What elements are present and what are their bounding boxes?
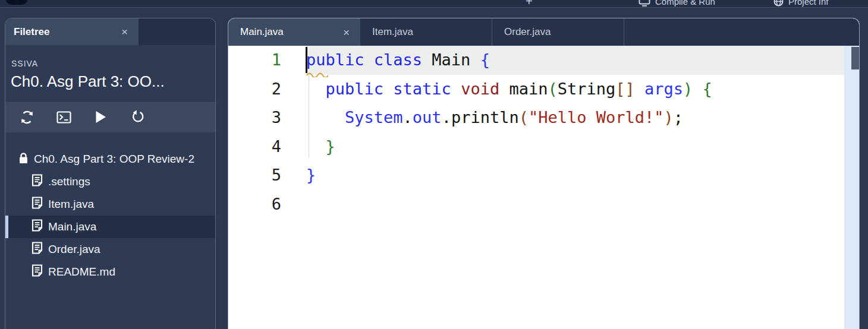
top-navigation-bar: + Compile & Run Project Inf: [0, 0, 868, 8]
filetree-title: Filetree: [14, 26, 49, 38]
code-editor[interactable]: 123456 public class Main { public static…: [228, 46, 859, 329]
line-number: 5: [228, 161, 306, 190]
tab-label: Order.java: [504, 26, 551, 38]
code-token: [693, 80, 702, 98]
filetree-header: Filetree ×: [5, 18, 215, 45]
code-line: [306, 190, 844, 219]
terminal-icon: [56, 111, 71, 124]
reset-button[interactable]: [130, 109, 145, 125]
code-token: [635, 80, 644, 98]
project-info-button[interactable]: Project Inf: [773, 0, 829, 8]
add-button[interactable]: +: [526, 0, 533, 8]
compile-run-button[interactable]: Compile & Run: [639, 0, 715, 8]
line-number-gutter: 123456: [228, 46, 306, 219]
assignment-title: Ch0. Asg Part 3: OO...: [11, 72, 215, 91]
file-tree-root-row[interactable]: Ch0. Asg Part 3: OOP Review-2: [5, 148, 215, 170]
editor-scrollbar-thumb[interactable]: [851, 47, 859, 69]
code-token: {: [703, 80, 712, 98]
editor-tab-bar: Main.java×Item.javaOrder.java: [228, 18, 859, 46]
code-token: "Hello World!": [529, 108, 664, 126]
code-token: (: [519, 108, 529, 126]
code-line: }: [306, 161, 844, 190]
code-token: [383, 80, 393, 98]
filetree-tab[interactable]: Filetree ×: [5, 18, 139, 45]
file-name-label: Item.java: [48, 198, 94, 211]
lock-icon: [18, 152, 29, 167]
file-row-readme-md[interactable]: README.md: [5, 261, 215, 283]
file-name-label: .settings: [48, 175, 90, 188]
warning-squiggle-icon: [306, 72, 328, 77]
code-token: class: [374, 50, 422, 69]
file-name-label: Order.java: [48, 243, 100, 256]
course-code: SSIVA: [11, 59, 215, 68]
tab-order-java[interactable]: Order.java: [492, 18, 624, 46]
file-name-label: README.md: [48, 265, 115, 279]
code-token: main: [499, 80, 548, 98]
code-line: public static void main(String[] args) {: [306, 75, 844, 104]
file-icon: [32, 219, 43, 235]
text-cursor: [306, 47, 307, 73]
code-token: ): [683, 80, 693, 98]
editor-scrollbar[interactable]: [844, 46, 859, 329]
code-token: []: [615, 80, 635, 98]
code-token: .: [442, 108, 451, 126]
code-token: String: [558, 80, 616, 98]
tab-label: Item.java: [372, 26, 413, 38]
compile-run-label: Compile & Run: [655, 0, 715, 7]
file-icon: [32, 174, 43, 189]
filetree-panel: Filetree × SSIVA Ch0. Asg Part 3: OO...: [5, 18, 216, 329]
file-tree-root-label: Ch0. Asg Part 3: OOP Review-2: [34, 153, 194, 166]
filetree-close-icon[interactable]: ×: [121, 26, 128, 37]
code-token: }: [306, 166, 316, 184]
terminal-button[interactable]: [56, 109, 71, 125]
line-number: 4: [228, 132, 306, 162]
file-icon: [32, 197, 43, 212]
file-icon: [32, 264, 43, 280]
indent-guide: [309, 75, 309, 158]
line-number: 3: [228, 103, 306, 132]
refresh-icon: [20, 110, 34, 125]
line-number: 6: [228, 190, 306, 219]
tab-item-java[interactable]: Item.java: [360, 18, 492, 46]
editor-panel: Main.java×Item.javaOrder.java 123456 pub…: [228, 18, 860, 329]
app-logo[interactable]: [6, 0, 27, 5]
file-name-label: Main.java: [48, 220, 96, 233]
file-tree: Ch0. Asg Part 3: OOP Review-2.settingsIt…: [5, 148, 215, 283]
code-line: }: [306, 132, 844, 162]
globe-icon: [773, 0, 784, 7]
file-icon: [32, 242, 43, 257]
filetree-body: SSIVA Ch0. Asg Part 3: OO...: [5, 45, 215, 283]
code-token: .: [403, 108, 413, 126]
code-token: void: [461, 80, 499, 98]
code-token: Main: [422, 50, 480, 69]
code-token: static: [393, 80, 451, 98]
tab-main-java[interactable]: Main.java×: [228, 18, 360, 46]
code-token: [451, 80, 461, 98]
code-content: public class Main { public static void m…: [306, 46, 844, 219]
file-row-order-java[interactable]: Order.java: [5, 238, 215, 261]
code-token: public: [306, 50, 364, 69]
code-token: args: [644, 80, 683, 98]
code-token: System: [345, 108, 403, 126]
file-row-settings[interactable]: .settings: [5, 170, 215, 193]
file-row-main-java[interactable]: Main.java: [5, 216, 215, 238]
line-number: 2: [228, 75, 306, 104]
play-icon: [95, 110, 106, 124]
code-token: [364, 50, 374, 69]
code-line: public class Main {: [306, 46, 844, 75]
project-info-label: Project Inf: [788, 0, 829, 7]
code-token: out: [413, 108, 442, 126]
code-token: }: [326, 137, 335, 156]
code-token: [306, 108, 345, 126]
code-token: println: [451, 108, 519, 126]
reset-icon: [130, 110, 144, 124]
tab-close-icon[interactable]: ×: [343, 27, 350, 38]
file-row-item-java[interactable]: Item.java: [5, 193, 215, 216]
code-line: System.out.println("Hello World!");: [306, 103, 844, 132]
refresh-button[interactable]: [19, 109, 34, 125]
monitor-icon: [639, 0, 650, 7]
run-button[interactable]: [93, 109, 108, 125]
code-token: ;: [674, 108, 683, 126]
code-token: {: [480, 50, 490, 69]
line-number: 1: [228, 46, 306, 75]
